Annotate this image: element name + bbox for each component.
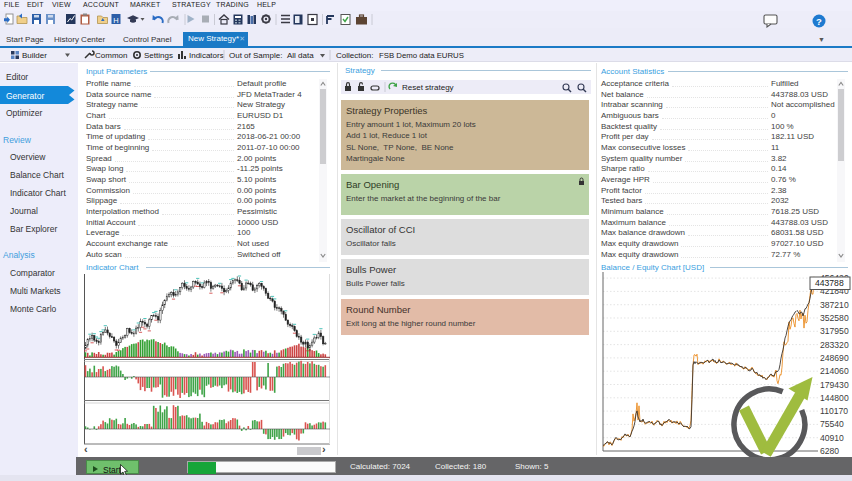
svg-text:248690: 248690 [820,353,849,363]
svg-text:Indicators: Indicators [189,51,224,60]
svg-text:179430: 179430 [820,380,849,390]
svg-text:40910: 40910 [820,433,844,443]
svg-text:75540: 75540 [820,419,844,429]
svg-text:214060: 214060 [820,366,849,376]
svg-text:Reset strategy: Reset strategy [402,83,454,92]
svg-text:110170: 110170 [820,406,848,416]
svg-text:Settings: Settings [144,51,173,60]
svg-text:Common: Common [95,51,127,60]
svg-text:Builder: Builder [22,51,47,60]
svg-text:Out of Sample:: Out of Sample: [229,51,282,60]
svg-text:387210: 387210 [820,300,849,310]
svg-text:443788: 443788 [815,278,844,288]
svg-text:FSB Demo data EURUS: FSB Demo data EURUS [379,51,464,60]
svg-text:Collection:: Collection: [336,51,373,60]
svg-text:317950: 317950 [820,326,849,336]
svg-text:All data: All data [287,51,314,60]
svg-text:144800: 144800 [820,393,849,403]
svg-text:283320: 283320 [820,340,849,350]
svg-text:352580: 352580 [820,313,849,323]
svg-text:?: ? [816,16,822,27]
svg-text:H: H [113,16,118,25]
svg-text:6280: 6280 [820,446,839,456]
svg-text:Generator: Generator [6,91,44,101]
